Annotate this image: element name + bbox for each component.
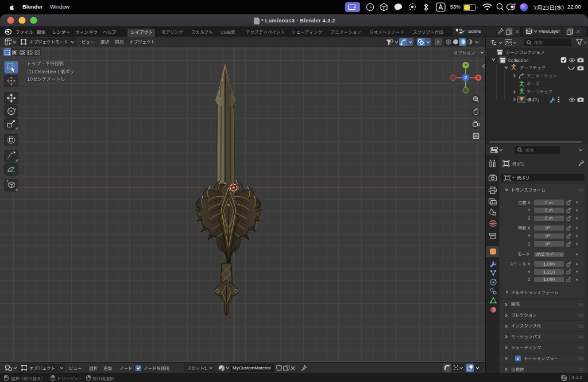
svg-text:Z: Z	[465, 75, 467, 80]
svg-text:X: X	[477, 76, 480, 80]
svg-text:Y: Y	[465, 63, 467, 67]
